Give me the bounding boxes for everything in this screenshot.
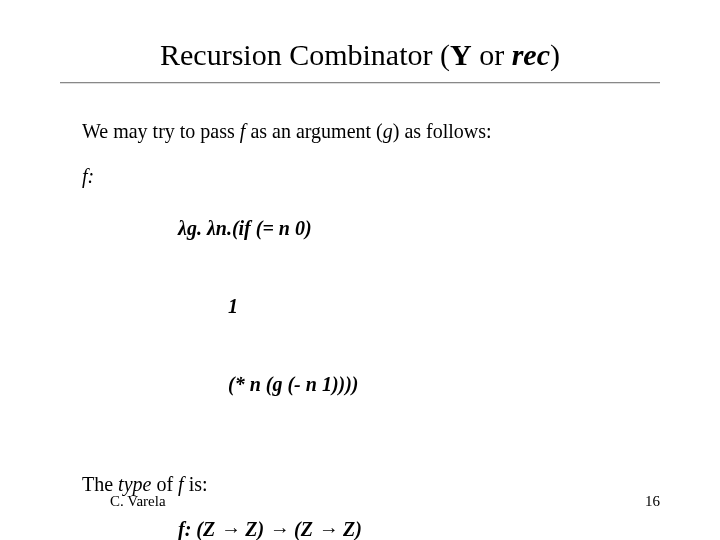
type-signature: f: (Z → Z) → (Z → Z) [178, 516, 658, 540]
title-y: Y [450, 38, 472, 71]
footer-author: C. Varela [110, 493, 166, 510]
intro-paragraph: We may try to pass f as an argument (g) … [82, 118, 658, 145]
type-intro-type: type [118, 473, 151, 495]
slide-title: Recursion Combinator (Y or rec) [0, 38, 720, 72]
slide-body: We may try to pass f as an argument (g) … [82, 118, 658, 540]
lambda-line-1: λg. λn.(if (= n 0) [178, 215, 359, 241]
type-intro-b: of [151, 473, 178, 495]
title-underline [60, 82, 660, 84]
lambda-definition: f: λg. λn.(if (= n 0) 1 (* n (g (- n 1))… [82, 163, 658, 449]
title-prefix: Recursion Combinator ( [160, 38, 450, 71]
lambda-label: f: [82, 163, 178, 190]
type-intro-a: The [82, 473, 118, 495]
title-rec: rec [512, 38, 550, 71]
lambda-body: λg. λn.(if (= n 0) 1 (* n (g (- n 1)))) [178, 163, 359, 449]
lambda-line-3: (* n (g (- n 1)))) [178, 371, 359, 397]
intro-text-c: ) as follows: [393, 120, 492, 142]
slide: Recursion Combinator (Y or rec) We may t… [0, 0, 720, 540]
type-intro-paragraph: The type of f is: [82, 471, 658, 498]
intro-g: g [383, 120, 393, 142]
intro-text-b: as an argument ( [245, 120, 382, 142]
lambda-line-2: 1 [178, 293, 359, 319]
intro-text-a: We may try to pass [82, 120, 240, 142]
title-mid: or [472, 38, 512, 71]
footer-page-number: 16 [645, 493, 660, 510]
title-suffix: ) [550, 38, 560, 71]
type-intro-c: is: [184, 473, 208, 495]
